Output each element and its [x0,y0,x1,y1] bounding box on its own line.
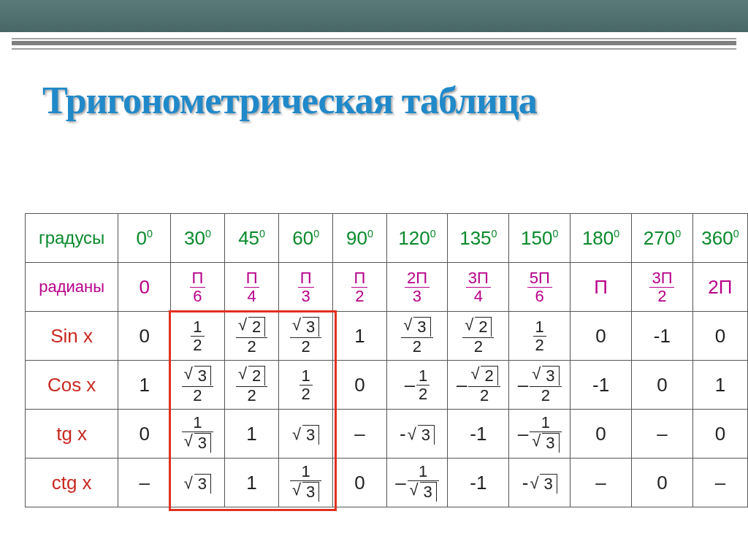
cos-1: 32 [170,361,224,410]
ctg-8: – [570,459,632,507]
ctg-1: 3 [170,459,224,507]
rad-3: П3 [279,263,333,312]
sin-3: 32 [279,312,333,361]
rad-9: 3П2 [632,263,693,312]
ctg-7: -3 [509,459,570,507]
sin-7: 12 [509,312,570,361]
cos-3: 12 [279,361,333,410]
ctg-9: 0 [632,459,693,507]
label-cos: Cos x [26,361,118,410]
ctg-5: –13 [386,459,448,507]
cos-5: –12 [386,361,448,410]
ctg-2: 1 [225,459,279,507]
cos-9: 0 [632,361,693,410]
label-ctg: ctg x [26,459,118,507]
tg-2: 1 [225,410,279,459]
ctg-3: 13 [279,459,333,507]
rad-10: 2П [692,263,747,312]
deg-120: 1200 [386,214,448,263]
row-ctg: ctg x–31130–13-1-3–0– [26,459,748,507]
sin-8: 0 [570,312,632,361]
trig-table: градусы003004506009001200135015001800270… [25,213,748,507]
deg-270: 2700 [632,214,693,263]
tg-3: 3 [279,410,333,459]
slide-top-bar [0,0,748,32]
rad-8: П [570,263,632,312]
sin-2: 22 [225,312,279,361]
deg-360: 3600 [692,214,747,263]
deg-0: 00 [118,214,171,263]
tg-7: –13 [509,410,570,459]
cos-8: -1 [570,361,632,410]
deg-90: 900 [333,214,386,263]
ctg-6: -1 [448,459,509,507]
deg-150: 1500 [509,214,570,263]
tg-5: -3 [386,410,448,459]
rad-5: 2П3 [386,263,448,312]
cos-0: 1 [118,361,171,410]
tg-1: 13 [170,410,224,459]
deg-135: 1350 [448,214,509,263]
sin-9: -1 [632,312,693,361]
row-degrees: градусы003004506009001200135015001800270… [26,214,748,263]
tg-6: -1 [448,410,509,459]
deg-30: 300 [170,214,224,263]
cos-2: 22 [225,361,279,410]
rad-6: 3П4 [448,263,509,312]
cos-4: 0 [333,361,386,410]
label-radians: радианы [26,263,118,312]
sin-5: 32 [386,312,448,361]
tg-10: 0 [692,410,747,459]
decorative-rules [12,38,736,50]
sin-1: 12 [170,312,224,361]
rad-4: П2 [333,263,386,312]
row-sin: Sin x012223213222120-10 [26,312,748,361]
label-degrees: градусы [26,214,118,263]
sin-0: 0 [118,312,171,361]
sin-6: 22 [448,312,509,361]
ctg-10: – [692,459,747,507]
rad-0: 0 [118,263,171,312]
row-cos: Cos x13222120–12–22–32-101 [26,361,748,410]
label-sin: Sin x [26,312,118,361]
cos-7: –32 [509,361,570,410]
rad-7: 5П6 [509,263,570,312]
rad-2: П4 [225,263,279,312]
rad-1: П6 [170,263,224,312]
trig-table-container: градусы003004506009001200135015001800270… [25,213,748,507]
row-tg: tg x01313–-3-1–130–0 [26,410,748,459]
label-tg: tg x [26,410,118,459]
tg-9: – [632,410,693,459]
row-radians: радианы0П6П4П3П22П33П45П6П3П22П [26,263,748,312]
ctg-0: – [118,459,171,507]
tg-0: 0 [118,410,171,459]
cos-10: 1 [692,361,747,410]
cos-6: –22 [448,361,509,410]
sin-10: 0 [692,312,747,361]
deg-180: 1800 [570,214,632,263]
deg-45: 450 [225,214,279,263]
deg-60: 600 [279,214,333,263]
ctg-4: 0 [333,459,386,507]
tg-4: – [333,410,386,459]
page-title: Тригонометрическая таблица [42,79,537,122]
tg-8: 0 [570,410,632,459]
sin-4: 1 [333,312,386,361]
